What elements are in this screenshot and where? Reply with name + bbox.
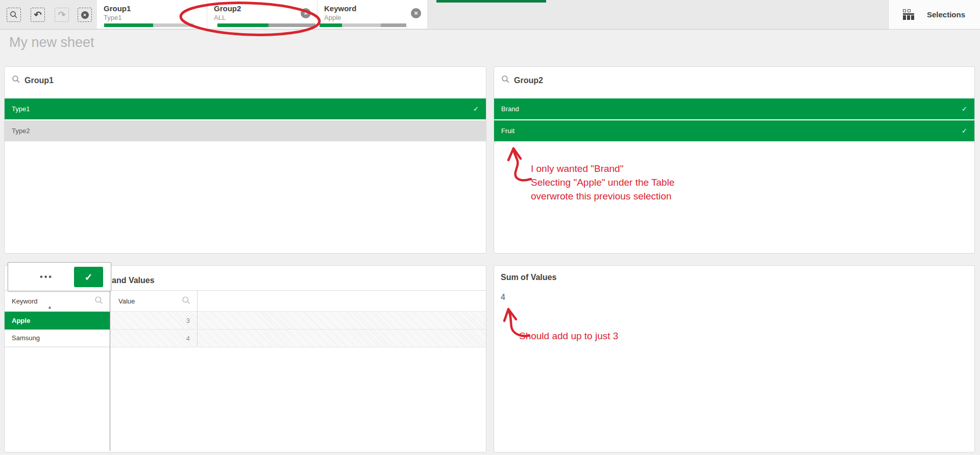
cell-text: 4 xyxy=(186,335,190,342)
tab-field-name: Group1 xyxy=(104,4,131,13)
search-icon xyxy=(10,11,18,19)
close-icon[interactable]: × xyxy=(301,8,311,18)
grid-line xyxy=(110,329,486,330)
tab-selected-value: Type1 xyxy=(104,14,121,21)
tab-field-name: Keyword xyxy=(324,4,356,13)
tab-field-name: Group2 xyxy=(214,4,241,13)
selection-tab-group2[interactable]: Group2 ALL × xyxy=(207,0,317,29)
kpi-value: 4 xyxy=(501,293,505,302)
table-cell-empty xyxy=(198,312,486,330)
listbox-item-fruit[interactable]: Fruit ✓ xyxy=(494,120,974,141)
kpi-sum-of-values: Sum of Values 4 xyxy=(494,265,975,452)
redo-icon: ↷ xyxy=(58,10,65,19)
listbox-item-label: Type1 xyxy=(12,105,30,113)
search-icon[interactable] xyxy=(501,75,510,86)
grid-line xyxy=(5,311,486,312)
kpi-title: Sum of Values xyxy=(501,273,556,282)
check-icon: ✓ xyxy=(85,271,93,283)
check-icon: ✓ xyxy=(962,127,967,135)
redo-selection-button[interactable]: ↷ xyxy=(55,8,69,22)
undo-selection-button[interactable]: ↶ xyxy=(31,8,45,22)
table-cell-value-samsung[interactable]: 4 xyxy=(110,330,197,347)
filterpane-title: Group1 xyxy=(24,76,54,85)
column-search-icon[interactable] xyxy=(182,296,191,307)
filterpane-title: Group2 xyxy=(514,76,543,85)
column-divider xyxy=(197,290,198,347)
filterpane-group1-header[interactable]: Group1 xyxy=(5,67,486,94)
filterpane-group2: Group2 Brand ✓ Fruit ✓ xyxy=(494,66,975,254)
table-title: and Values xyxy=(112,276,155,285)
filterpane-group2-header[interactable]: Group2 xyxy=(494,67,974,94)
clear-selections-icon: × xyxy=(81,11,89,19)
cell-text: 3 xyxy=(186,317,190,324)
grid-line xyxy=(5,347,486,347)
column-header-value[interactable]: Value xyxy=(110,291,197,312)
check-icon: ✓ xyxy=(962,105,967,113)
selection-tabs: Group1 Type1 Group2 ALL × Keyword Apple … xyxy=(97,0,428,29)
clear-all-selections-button[interactable]: × xyxy=(78,8,92,22)
filterpane-group1: Group1 Type1 ✓ Type2 xyxy=(4,66,486,254)
search-icon[interactable] xyxy=(12,75,20,86)
column-divider xyxy=(110,290,110,451)
more-options-icon[interactable]: ••• xyxy=(35,270,58,284)
column-search-icon[interactable] xyxy=(94,296,104,307)
listbox-item-label: Fruit xyxy=(501,127,514,135)
listbox-item-label: Brand xyxy=(501,105,519,113)
check-icon: ✓ xyxy=(473,105,479,113)
top-green-strip xyxy=(436,0,546,3)
confirm-selection-button[interactable]: ✓ xyxy=(74,267,103,287)
column-header-label: Value xyxy=(118,297,135,305)
selection-state-bar xyxy=(320,23,406,27)
listbox-item-type2[interactable]: Type2 xyxy=(5,120,486,141)
listbox-item-type1[interactable]: Type1 ✓ xyxy=(5,98,486,119)
listbox-item-brand[interactable]: Brand ✓ xyxy=(494,98,974,119)
listbox-item-label: Type2 xyxy=(12,127,30,135)
table-cell-keyword-apple[interactable]: Apple xyxy=(5,312,110,330)
close-icon[interactable]: × xyxy=(411,8,421,18)
selection-tab-group1[interactable]: Group1 Type1 xyxy=(97,0,207,29)
sort-ascending-icon: ▲ xyxy=(47,305,52,310)
tab-selected-value: Apple xyxy=(324,14,341,21)
table-cell-keyword-samsung[interactable]: Samsung xyxy=(5,330,110,347)
selections-label: Selections xyxy=(927,10,965,19)
cell-text: Apple xyxy=(12,317,30,324)
selection-state-bar xyxy=(104,23,194,27)
table-cell-value-apple[interactable]: 3 xyxy=(110,312,197,330)
column-header-keyword[interactable]: Keyword xyxy=(5,291,110,312)
tab-selected-value: ALL xyxy=(214,14,226,21)
selection-state-bar xyxy=(217,23,315,27)
undo-icon: ↶ xyxy=(34,10,41,19)
selections-bar: ↶ ↷ × Group1 Type1 Group2 ALL × Keyword … xyxy=(0,0,980,30)
selection-tab-keyword[interactable]: Keyword Apple × xyxy=(317,0,428,29)
cell-text: Samsung xyxy=(12,334,40,342)
selections-tool-button[interactable]: Selections xyxy=(888,0,980,29)
column-header-label: Keyword xyxy=(12,297,38,305)
sheet-title: My new sheet xyxy=(9,35,94,50)
table-keyword-values: and Values Keyword ▲ Value Apple 3 Samsu… xyxy=(4,265,486,452)
table-cell-empty xyxy=(198,330,486,347)
search-selections-button[interactable] xyxy=(7,8,21,22)
selections-grid-icon xyxy=(903,9,915,20)
selection-confirm-popup: ••• ✓ xyxy=(8,262,111,291)
